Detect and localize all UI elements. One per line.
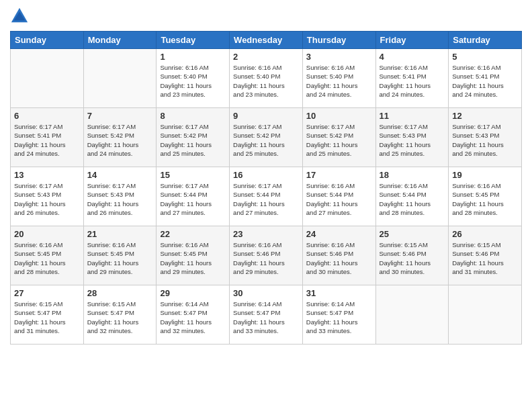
day-info: Sunrise: 6:15 AM Sunset: 5:46 PM Dayligh…: [452, 240, 518, 276]
calendar-week-5: 27Sunrise: 6:15 AM Sunset: 5:47 PM Dayli…: [11, 285, 522, 345]
logo: [10, 7, 30, 26]
calendar-cell: 27Sunrise: 6:15 AM Sunset: 5:47 PM Dayli…: [11, 285, 84, 345]
col-header-thursday: Thursday: [302, 32, 375, 49]
calendar-cell: [375, 285, 449, 345]
day-number: 8: [160, 111, 226, 121]
calendar-cell: 26Sunrise: 6:15 AM Sunset: 5:46 PM Dayli…: [449, 226, 522, 285]
calendar-cell: 23Sunrise: 6:16 AM Sunset: 5:46 PM Dayli…: [230, 226, 303, 285]
day-number: 25: [380, 229, 445, 239]
calendar-cell: 24Sunrise: 6:16 AM Sunset: 5:46 PM Dayli…: [302, 226, 375, 285]
calendar-week-4: 20Sunrise: 6:16 AM Sunset: 5:45 PM Dayli…: [11, 226, 522, 285]
calendar-cell: 5Sunrise: 6:16 AM Sunset: 5:41 PM Daylig…: [449, 49, 522, 108]
day-number: 22: [160, 229, 226, 239]
day-info: Sunrise: 6:16 AM Sunset: 5:41 PM Dayligh…: [380, 63, 445, 99]
day-number: 15: [160, 170, 226, 180]
col-header-friday: Friday: [375, 32, 449, 49]
calendar-cell: 2Sunrise: 6:16 AM Sunset: 5:40 PM Daylig…: [230, 49, 303, 108]
day-info: Sunrise: 6:16 AM Sunset: 5:45 PM Dayligh…: [87, 240, 153, 276]
day-info: Sunrise: 6:16 AM Sunset: 5:44 PM Dayligh…: [380, 181, 445, 217]
calendar-cell: 29Sunrise: 6:14 AM Sunset: 5:47 PM Dayli…: [157, 285, 230, 345]
calendar-cell: 11Sunrise: 6:17 AM Sunset: 5:43 PM Dayli…: [375, 108, 449, 167]
day-info: Sunrise: 6:16 AM Sunset: 5:45 PM Dayligh…: [14, 240, 80, 276]
day-info: Sunrise: 6:16 AM Sunset: 5:45 PM Dayligh…: [160, 240, 226, 276]
day-info: Sunrise: 6:14 AM Sunset: 5:47 PM Dayligh…: [233, 300, 299, 335]
day-number: 9: [233, 111, 299, 121]
day-info: Sunrise: 6:17 AM Sunset: 5:44 PM Dayligh…: [233, 181, 299, 217]
col-header-tuesday: Tuesday: [157, 32, 230, 49]
calendar-cell: 31Sunrise: 6:14 AM Sunset: 5:47 PM Dayli…: [302, 285, 375, 345]
day-info: Sunrise: 6:14 AM Sunset: 5:47 PM Dayligh…: [306, 300, 372, 335]
calendar-week-1: 1Sunrise: 6:16 AM Sunset: 5:40 PM Daylig…: [11, 49, 522, 108]
day-number: 5: [452, 52, 518, 62]
day-number: 11: [380, 111, 445, 121]
day-info: Sunrise: 6:17 AM Sunset: 5:43 PM Dayligh…: [14, 181, 80, 217]
calendar-cell: 3Sunrise: 6:16 AM Sunset: 5:40 PM Daylig…: [302, 49, 375, 108]
calendar-cell: 6Sunrise: 6:17 AM Sunset: 5:41 PM Daylig…: [11, 108, 84, 167]
calendar-table: SundayMondayTuesdayWednesdayThursdayFrid…: [10, 31, 522, 345]
calendar-cell: 13Sunrise: 6:17 AM Sunset: 5:43 PM Dayli…: [11, 167, 84, 226]
calendar-header-row: SundayMondayTuesdayWednesdayThursdayFrid…: [11, 32, 522, 49]
day-number: 30: [233, 288, 299, 298]
day-number: 1: [160, 52, 226, 62]
day-number: 18: [380, 170, 445, 180]
calendar-cell: 19Sunrise: 6:16 AM Sunset: 5:45 PM Dayli…: [449, 167, 522, 226]
day-info: Sunrise: 6:17 AM Sunset: 5:42 PM Dayligh…: [233, 122, 299, 158]
day-info: Sunrise: 6:16 AM Sunset: 5:40 PM Dayligh…: [306, 63, 372, 99]
day-info: Sunrise: 6:14 AM Sunset: 5:47 PM Dayligh…: [160, 300, 226, 335]
day-number: 26: [452, 229, 518, 239]
day-number: 17: [306, 170, 372, 180]
day-number: 27: [14, 288, 80, 298]
calendar-cell: 8Sunrise: 6:17 AM Sunset: 5:42 PM Daylig…: [157, 108, 230, 167]
day-number: 31: [306, 288, 372, 298]
day-info: Sunrise: 6:16 AM Sunset: 5:44 PM Dayligh…: [306, 181, 372, 217]
calendar-cell: 4Sunrise: 6:16 AM Sunset: 5:41 PM Daylig…: [375, 49, 449, 108]
day-info: Sunrise: 6:17 AM Sunset: 5:43 PM Dayligh…: [452, 122, 518, 158]
day-number: 3: [306, 52, 372, 62]
day-info: Sunrise: 6:17 AM Sunset: 5:41 PM Dayligh…: [14, 122, 80, 158]
day-number: 23: [233, 229, 299, 239]
day-number: 24: [306, 229, 372, 239]
day-info: Sunrise: 6:17 AM Sunset: 5:42 PM Dayligh…: [306, 122, 372, 158]
calendar-cell: 18Sunrise: 6:16 AM Sunset: 5:44 PM Dayli…: [375, 167, 449, 226]
day-info: Sunrise: 6:15 AM Sunset: 5:46 PM Dayligh…: [380, 240, 445, 276]
calendar-cell: 1Sunrise: 6:16 AM Sunset: 5:40 PM Daylig…: [157, 49, 230, 108]
day-info: Sunrise: 6:16 AM Sunset: 5:46 PM Dayligh…: [306, 240, 372, 276]
day-info: Sunrise: 6:17 AM Sunset: 5:43 PM Dayligh…: [87, 181, 153, 217]
col-header-sunday: Sunday: [11, 32, 84, 49]
day-info: Sunrise: 6:15 AM Sunset: 5:47 PM Dayligh…: [14, 300, 80, 335]
day-number: 4: [380, 52, 445, 62]
calendar-cell: 10Sunrise: 6:17 AM Sunset: 5:42 PM Dayli…: [302, 108, 375, 167]
day-number: 7: [87, 111, 153, 121]
calendar-cell: 9Sunrise: 6:17 AM Sunset: 5:42 PM Daylig…: [230, 108, 303, 167]
calendar-week-3: 13Sunrise: 6:17 AM Sunset: 5:43 PM Dayli…: [11, 167, 522, 226]
calendar-cell: [11, 49, 84, 108]
calendar-cell: 22Sunrise: 6:16 AM Sunset: 5:45 PM Dayli…: [157, 226, 230, 285]
calendar-cell: 14Sunrise: 6:17 AM Sunset: 5:43 PM Dayli…: [83, 167, 157, 226]
day-info: Sunrise: 6:16 AM Sunset: 5:40 PM Dayligh…: [233, 63, 299, 99]
day-number: 12: [452, 111, 518, 121]
day-info: Sunrise: 6:16 AM Sunset: 5:46 PM Dayligh…: [233, 240, 299, 276]
calendar-cell: [83, 49, 157, 108]
calendar-cell: 20Sunrise: 6:16 AM Sunset: 5:45 PM Dayli…: [11, 226, 84, 285]
day-info: Sunrise: 6:17 AM Sunset: 5:44 PM Dayligh…: [160, 181, 226, 217]
day-number: 19: [452, 170, 518, 180]
day-number: 20: [14, 229, 80, 239]
day-info: Sunrise: 6:16 AM Sunset: 5:45 PM Dayligh…: [452, 181, 518, 217]
day-info: Sunrise: 6:17 AM Sunset: 5:43 PM Dayligh…: [380, 122, 445, 158]
calendar-cell: 15Sunrise: 6:17 AM Sunset: 5:44 PM Dayli…: [157, 167, 230, 226]
day-number: 28: [87, 288, 153, 298]
col-header-wednesday: Wednesday: [230, 32, 303, 49]
logo-icon: [10, 7, 29, 26]
calendar-cell: 30Sunrise: 6:14 AM Sunset: 5:47 PM Dayli…: [230, 285, 303, 345]
day-info: Sunrise: 6:17 AM Sunset: 5:42 PM Dayligh…: [87, 122, 153, 158]
day-number: 14: [87, 170, 153, 180]
calendar-cell: 7Sunrise: 6:17 AM Sunset: 5:42 PM Daylig…: [83, 108, 157, 167]
calendar-cell: 16Sunrise: 6:17 AM Sunset: 5:44 PM Dayli…: [230, 167, 303, 226]
day-info: Sunrise: 6:16 AM Sunset: 5:41 PM Dayligh…: [452, 63, 518, 99]
day-info: Sunrise: 6:15 AM Sunset: 5:47 PM Dayligh…: [87, 300, 153, 335]
col-header-monday: Monday: [83, 32, 157, 49]
day-number: 21: [87, 229, 153, 239]
day-number: 10: [306, 111, 372, 121]
col-header-saturday: Saturday: [449, 32, 522, 49]
day-number: 13: [14, 170, 80, 180]
